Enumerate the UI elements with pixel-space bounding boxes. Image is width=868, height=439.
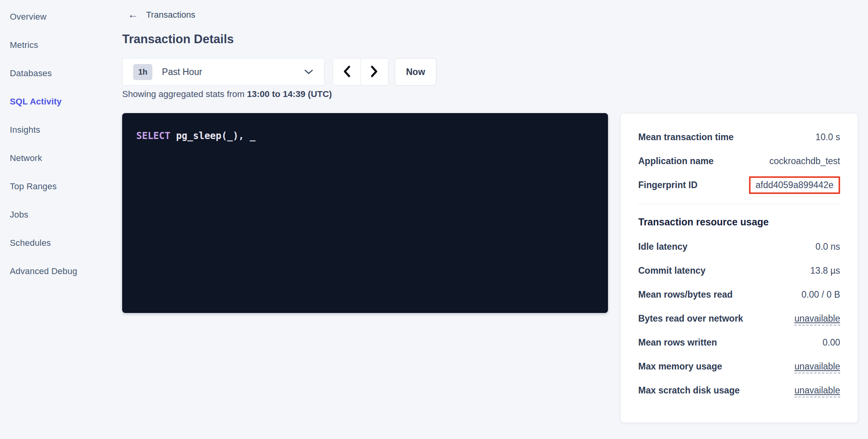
- detail-value: unavailable: [795, 385, 840, 396]
- sidebar-item-overview[interactable]: Overview: [0, 3, 114, 31]
- time-range-dropdown[interactable]: 1h Past Hour: [122, 58, 324, 86]
- detail-row: Commit latency 13.8 µs: [638, 259, 840, 283]
- previous-interval-button[interactable]: [333, 59, 361, 85]
- detail-value: 0.00: [822, 337, 840, 348]
- time-range-label: Past Hour: [162, 67, 202, 77]
- unavailable-value[interactable]: unavailable: [795, 385, 840, 397]
- detail-label: Mean transaction time: [638, 132, 734, 143]
- sidebar-item-jobs[interactable]: Jobs: [0, 201, 114, 229]
- detail-value: 13.8 µs: [810, 265, 840, 276]
- page-title: Transaction Details: [122, 32, 234, 46]
- next-interval-button[interactable]: [361, 59, 388, 85]
- chevron-right-icon: [370, 65, 379, 79]
- time-pager: [333, 58, 388, 86]
- detail-label: Idle latency: [638, 241, 687, 252]
- time-range-badge: 1h: [133, 64, 152, 80]
- sidebar-item-metrics[interactable]: Metrics: [0, 31, 114, 59]
- detail-label: Fingerprint ID: [638, 180, 698, 190]
- sidebar-item-top-ranges[interactable]: Top Ranges: [0, 172, 114, 201]
- sidebar-item-sql-activity[interactable]: SQL Activity: [0, 88, 114, 116]
- sidebar: OverviewMetricsDatabasesSQL ActivityInsi…: [0, 3, 114, 285]
- detail-value: 0.0 ns: [815, 241, 840, 252]
- detail-label: Bytes read over network: [638, 313, 743, 324]
- detail-row: Application name cockroachdb_test: [638, 149, 840, 173]
- detail-value: cockroachdb_test: [769, 156, 840, 166]
- detail-label: Application name: [638, 156, 714, 166]
- now-button[interactable]: Now: [395, 58, 436, 86]
- detail-row: Max memory usage unavailable: [638, 355, 840, 379]
- time-controls: 1h Past Hour Now: [122, 58, 436, 86]
- detail-row: Mean rows/bytes read 0.00 / 0 B: [638, 283, 840, 307]
- detail-value: unavailable: [795, 313, 840, 324]
- detail-row: Idle latency 0.0 ns: [638, 235, 840, 259]
- sql-statement-text: SELECT pg_sleep(_), _: [136, 130, 594, 141]
- caption-prefix: Showing aggregated stats from: [122, 89, 247, 99]
- unavailable-value[interactable]: unavailable: [795, 361, 840, 373]
- detail-value: 0.00 / 0 B: [802, 289, 840, 300]
- detail-row: Fingerprint ID afdd4059a899442e: [638, 173, 840, 197]
- sql-code: pg_sleep(_), _: [170, 130, 256, 141]
- caption-time-range: 13:00 to 14:39 (UTC): [247, 89, 332, 99]
- detail-label: Mean rows/bytes read: [638, 289, 732, 300]
- detail-row: Mean transaction time 10.0 s: [638, 125, 840, 149]
- detail-value: afdd4059a899442e: [749, 176, 840, 194]
- resource-rows: Idle latency 0.0 ns Commit latency 13.8 …: [638, 235, 840, 402]
- back-arrow-icon: ←: [128, 9, 138, 20]
- chevron-left-icon: [342, 65, 351, 79]
- sql-keyword: SELECT: [136, 130, 170, 141]
- sidebar-item-advanced-debug[interactable]: Advanced Debug: [0, 257, 114, 285]
- detail-label: Max scratch disk usage: [638, 385, 740, 396]
- detail-label: Mean rows written: [638, 337, 717, 348]
- transaction-details-card: Mean transaction time 10.0 s Application…: [620, 113, 858, 423]
- sidebar-item-databases[interactable]: Databases: [0, 59, 114, 88]
- detail-value: 10.0 s: [815, 132, 840, 143]
- fingerprint-highlight-box: afdd4059a899442e: [749, 176, 840, 194]
- detail-row: Max scratch disk usage unavailable: [638, 379, 840, 402]
- sql-statement-box: SELECT pg_sleep(_), _: [122, 113, 608, 313]
- detail-label: Commit latency: [638, 265, 705, 276]
- chevron-down-icon: [304, 69, 314, 75]
- fingerprint-id-value: afdd4059a899442e: [756, 180, 833, 190]
- sidebar-item-insights[interactable]: Insights: [0, 116, 114, 144]
- resource-usage-section-title: Transaction resource usage: [638, 210, 840, 233]
- aggregated-stats-caption: Showing aggregated stats from 13:00 to 1…: [122, 89, 332, 99]
- summary-rows: Mean transaction time 10.0 s Application…: [638, 125, 840, 197]
- unavailable-value[interactable]: unavailable: [795, 313, 840, 326]
- detail-value: unavailable: [795, 361, 840, 372]
- detail-row: Bytes read over network unavailable: [638, 307, 840, 331]
- breadcrumb-back-transactions[interactable]: ← Transactions: [128, 9, 195, 20]
- detail-row: Mean rows written 0.00: [638, 331, 840, 355]
- breadcrumb-label: Transactions: [146, 10, 195, 20]
- detail-label: Max memory usage: [638, 361, 722, 372]
- sidebar-item-schedules[interactable]: Schedules: [0, 229, 114, 257]
- card-divider: [638, 204, 840, 204]
- sidebar-item-network[interactable]: Network: [0, 144, 114, 172]
